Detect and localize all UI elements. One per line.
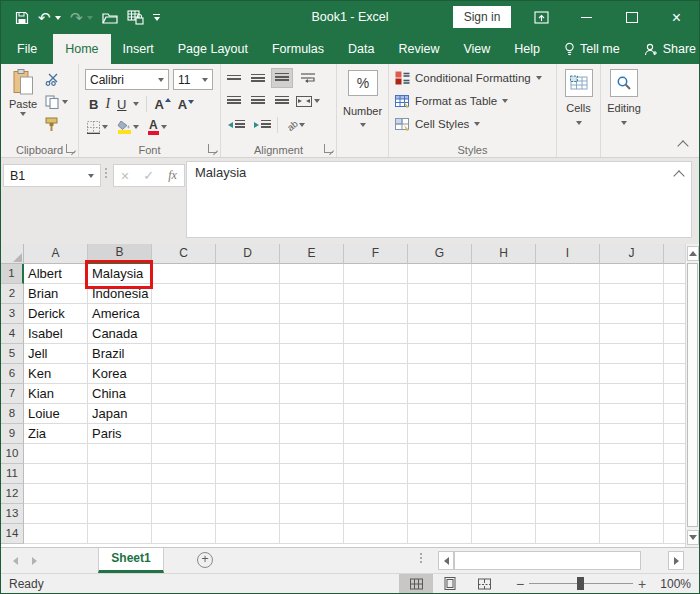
cell-J13[interactable] — [600, 504, 664, 524]
cell-C4[interactable] — [152, 324, 216, 344]
cell-A7[interactable]: Kian — [24, 384, 88, 404]
cell-partial-11[interactable] — [664, 464, 687, 484]
cell-I9[interactable] — [536, 424, 600, 444]
cell-partial-9[interactable] — [664, 424, 687, 444]
cell-J10[interactable] — [600, 444, 664, 464]
col-header-E[interactable]: E — [280, 244, 344, 264]
cell-G11[interactable] — [408, 464, 472, 484]
cell-C2[interactable] — [152, 284, 216, 304]
tab-scroll-splitter[interactable] — [420, 553, 422, 563]
close-button[interactable]: × — [654, 1, 699, 34]
cell-D9[interactable] — [216, 424, 280, 444]
vertical-scrollbar[interactable] — [685, 244, 699, 547]
cell-J6[interactable] — [600, 364, 664, 384]
cell-E1[interactable] — [280, 264, 344, 284]
cell-J1[interactable] — [600, 264, 664, 284]
vertical-scroll-thumb[interactable] — [687, 263, 698, 527]
share-button[interactable]: Share — [632, 34, 700, 64]
cell-G13[interactable] — [408, 504, 472, 524]
cell-H5[interactable] — [472, 344, 536, 364]
tab-formulas[interactable]: Formulas — [260, 34, 336, 64]
cell-C14[interactable] — [152, 524, 216, 544]
underline-button[interactable]: U — [117, 97, 126, 112]
increase-font-button[interactable]: A — [154, 97, 170, 112]
cell-E10[interactable] — [280, 444, 344, 464]
cell-partial-8[interactable] — [664, 404, 687, 424]
cell-A11[interactable] — [24, 464, 88, 484]
conditional-formatting-button[interactable]: Conditional Formatting — [395, 71, 542, 85]
zoom-in-button[interactable]: + — [633, 576, 651, 592]
row-header-6[interactable]: 6 — [1, 364, 24, 384]
align-right-button[interactable] — [271, 91, 293, 111]
collapse-ribbon-icon[interactable] — [677, 140, 688, 151]
row-header-13[interactable]: 13 — [1, 504, 24, 524]
cell-E6[interactable] — [280, 364, 344, 384]
copy-button[interactable] — [45, 94, 68, 109]
tab-data[interactable]: Data — [336, 34, 386, 64]
cell-C8[interactable] — [152, 404, 216, 424]
cell-E11[interactable] — [280, 464, 344, 484]
align-left-button[interactable] — [223, 91, 245, 111]
cell-G1[interactable] — [408, 264, 472, 284]
ribbon-display-options-icon[interactable] — [519, 1, 564, 34]
cell-C1[interactable] — [152, 264, 216, 284]
cell-A9[interactable]: Zia — [24, 424, 88, 444]
cell-B7[interactable]: China — [88, 384, 152, 404]
prev-sheet-icon[interactable] — [13, 557, 18, 565]
cell-I13[interactable] — [536, 504, 600, 524]
row-header-5[interactable]: 5 — [1, 344, 24, 364]
wrap-text-button[interactable] — [295, 68, 321, 88]
col-header-C[interactable]: C — [152, 244, 216, 264]
cell-H3[interactable] — [472, 304, 536, 324]
customize-qat-icon[interactable] — [153, 6, 160, 30]
cell-F14[interactable] — [344, 524, 408, 544]
cell-I12[interactable] — [536, 484, 600, 504]
tab-home[interactable]: Home — [53, 34, 110, 64]
cell-I6[interactable] — [536, 364, 600, 384]
cancel-icon[interactable]: × — [121, 168, 129, 184]
cell-D13[interactable] — [216, 504, 280, 524]
cell-A3[interactable]: Derick — [24, 304, 88, 324]
col-header-H[interactable]: H — [472, 244, 536, 264]
cell-E3[interactable] — [280, 304, 344, 324]
hscroll-right-icon[interactable] — [668, 551, 684, 570]
cell-C5[interactable] — [152, 344, 216, 364]
undo-icon[interactable]: ↶ — [38, 6, 61, 30]
cell-F5[interactable] — [344, 344, 408, 364]
cell-F10[interactable] — [344, 444, 408, 464]
cell-partial-5[interactable] — [664, 344, 687, 364]
cell-partial-4[interactable] — [664, 324, 687, 344]
cell-A6[interactable]: Ken — [24, 364, 88, 384]
clipboard-dialog-launcher-icon[interactable] — [66, 144, 75, 153]
cell-J8[interactable] — [600, 404, 664, 424]
font-color-button[interactable]: A — [148, 120, 167, 135]
sign-in-button[interactable]: Sign in — [453, 6, 511, 28]
cell-D7[interactable] — [216, 384, 280, 404]
new-sheet-button[interactable]: + — [197, 552, 213, 568]
row-header-9[interactable]: 9 — [1, 424, 24, 444]
cell-D1[interactable] — [216, 264, 280, 284]
cell-J11[interactable] — [600, 464, 664, 484]
scroll-down-icon[interactable] — [687, 530, 699, 545]
cell-H11[interactable] — [472, 464, 536, 484]
cell-D11[interactable] — [216, 464, 280, 484]
editing-group-button-label[interactable]: Editing — [601, 102, 647, 114]
cell-styles-button[interactable]: Cell Styles — [395, 117, 480, 131]
name-box-dropdown-icon[interactable] — [88, 174, 94, 178]
cell-I14[interactable] — [536, 524, 600, 544]
row-header-1[interactable]: 1 — [1, 264, 24, 284]
collapse-formula-bar-icon[interactable] — [673, 170, 684, 181]
cell-C11[interactable] — [152, 464, 216, 484]
alignment-dialog-launcher-icon[interactable] — [324, 144, 333, 153]
insert-function-icon[interactable]: fx — [168, 168, 177, 183]
cell-D4[interactable] — [216, 324, 280, 344]
cells-dropdown-icon[interactable] — [576, 121, 582, 125]
cells-button[interactable] — [565, 69, 593, 97]
cell-A4[interactable]: Isabel — [24, 324, 88, 344]
cell-H13[interactable] — [472, 504, 536, 524]
font-dialog-launcher-icon[interactable] — [208, 144, 217, 153]
cell-B2[interactable]: Indonesia — [88, 284, 152, 304]
cell-B8[interactable]: Japan — [88, 404, 152, 424]
cell-J12[interactable] — [600, 484, 664, 504]
editing-dropdown-icon[interactable] — [621, 121, 627, 125]
